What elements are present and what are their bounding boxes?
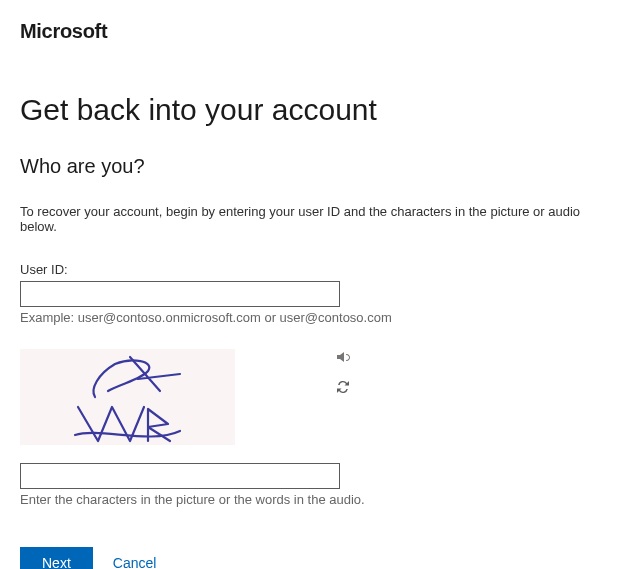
speaker-icon[interactable] <box>335 349 351 365</box>
user-id-hint: Example: user@contoso.onmicrosoft.com or… <box>20 310 615 325</box>
captcha-image <box>20 349 235 445</box>
cancel-link[interactable]: Cancel <box>113 555 157 569</box>
page-title: Get back into your account <box>20 93 615 127</box>
user-id-input[interactable] <box>20 281 340 307</box>
captcha-hint: Enter the characters in the picture or t… <box>20 492 615 507</box>
subtitle: Who are you? <box>20 155 615 178</box>
next-button[interactable]: Next <box>20 547 93 569</box>
captcha-input[interactable] <box>20 463 340 489</box>
brand-logo: Microsoft <box>20 20 615 43</box>
user-id-label: User ID: <box>20 262 615 277</box>
refresh-icon[interactable] <box>335 379 351 395</box>
instructions-text: To recover your account, begin by enteri… <box>20 204 615 234</box>
